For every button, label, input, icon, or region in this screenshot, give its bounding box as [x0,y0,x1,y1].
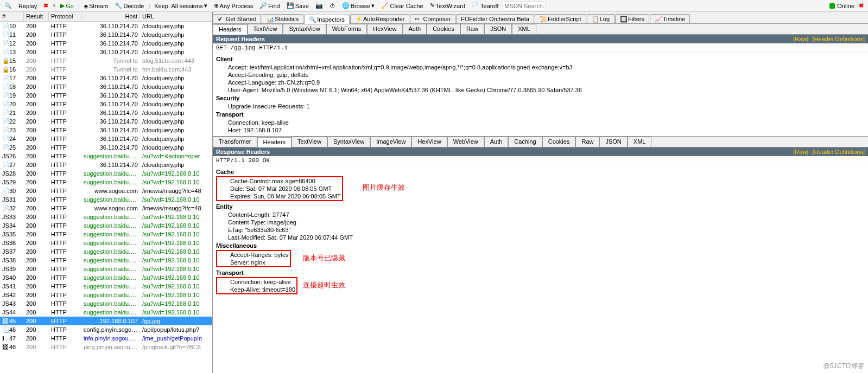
session-row[interactable]: 📄30200HTTPwww.sogou.com/imewis/msugg?ifc… [0,186,212,195]
session-row[interactable]: 📄12200HTTP36.110.214.70/cloudquery.php [0,39,212,48]
session-row[interactable]: JS34200HTTPsuggestion.baidu.com/su?wd=19… [0,221,212,230]
session-row[interactable]: 📄32200HTTPwww.sogou.com/imewis/msugg?ifc… [0,204,212,213]
tab-fiddlerscript[interactable]: 📜FiddlerScript [535,14,586,23]
subtab-xml[interactable]: XML [628,137,652,147]
subtab-xml[interactable]: XML [512,24,536,34]
session-row[interactable]: 📄20200HTTP36.110.214.70/cloudquery.php [0,100,212,108]
session-row[interactable]: 🖼45200HTTP192.168.0.107/gg.jpg [0,317,212,325]
tab-autoresponder[interactable]: ⚡AutoResponder [350,14,409,23]
tab-statistics[interactable]: 📊Statistics [262,14,303,23]
tab-log[interactable]: 📋Log [587,14,614,23]
session-row[interactable]: 📄18200HTTP36.110.214.70/cloudquery.php [0,82,212,91]
session-row[interactable]: 📄25200HTTP36.110.214.70/cloudquery.php [0,143,212,152]
tab-timeline[interactable]: 📈Timeline [650,14,690,23]
remove-button[interactable]: ✖ [41,2,50,9]
tab-get-started[interactable]: ✔Get Started [213,14,261,23]
session-row[interactable]: 📄10200HTTP36.110.214.70/cloudquery.php [0,22,212,30]
subtab-cookies[interactable]: Cookies [542,137,576,147]
tab-filters[interactable]: 🔲Filters [615,14,649,23]
subtab-hexview[interactable]: HexView [367,24,402,34]
col-host[interactable]: Host [81,12,140,21]
session-row[interactable]: JS40200HTTPsuggestion.baidu.com/su?wd=19… [0,273,212,282]
subtab-caching[interactable]: Caching [508,137,542,147]
col-number[interactable]: # [0,12,24,21]
col-protocol[interactable]: Protocol [49,12,81,21]
response-defs-link[interactable]: [Header Definitions] [812,149,865,155]
close-button[interactable]: ✖ [857,2,866,9]
col-url[interactable]: URL [140,12,212,21]
session-row[interactable]: JS26200HTTPsuggestion.baidu.com/su?wd=&a… [0,152,212,160]
session-row[interactable]: 📄19200HTTP36.110.214.70/cloudquery.php [0,91,212,100]
session-row[interactable]: 📄17200HTTP36.110.214.70/cloudquery.php [0,74,212,82]
session-row[interactable]: 🔒15200HTTPTunnel toblog.51cto.com:443 [0,56,212,65]
session-row[interactable]: 📄23200HTTP36.110.214.70/cloudquery.php [0,126,212,134]
subtab-webforms[interactable]: WebForms [326,24,368,34]
session-row[interactable]: 🔒16200HTTPTunnel tohm.baidu.com:443 [0,65,212,74]
session-row[interactable]: 📄24200HTTP36.110.214.70/cloudquery.php [0,134,212,143]
go-button[interactable]: ▶ Go [58,2,76,9]
subtab-imageview[interactable]: ImageView [370,137,411,147]
subtab-hexview[interactable]: HexView [411,137,447,147]
keep-dropdown[interactable]: Keep: All sessions ▾ [152,2,209,9]
subtab-auth[interactable]: Auth [484,137,509,147]
subtab-auth[interactable]: Auth [403,24,427,34]
msdn-search-input[interactable] [503,2,546,10]
session-row[interactable]: 📄27200HTTP36.110.214.70/cloudquery.php [0,160,212,169]
any-process-button[interactable]: ⊕ Any Process [212,2,256,9]
clear-cache-button[interactable]: 🧹 Clear Cache [379,2,425,9]
session-row[interactable]: 📄11200HTTP36.110.214.70/cloudquery.php [0,30,212,39]
session-row[interactable]: JS28200HTTPsuggestion.baidu.com/su?wd=19… [0,169,212,178]
browse-button[interactable]: 🌐 Browse ▾ [340,2,377,9]
winconfig-button[interactable]: 🔍 [2,2,14,10]
screenshot-button[interactable]: 📷 [313,2,325,9]
decode-button[interactable]: 🔧 Decode [112,2,146,9]
subtab-textview[interactable]: TextView [248,24,283,34]
session-row[interactable]: JS33200HTTPsuggestion.baidu.com/su?wd=19… [0,213,212,221]
subtab-syntaxview[interactable]: SyntaxView [283,24,326,34]
subtab-raw[interactable]: Raw [575,137,599,147]
session-row[interactable]: JS43200HTTPsuggestion.baidu.com/su?wd=19… [0,299,212,308]
stream-button[interactable]: ♣ Stream [82,3,111,9]
tab-inspectors[interactable]: 🔍Inspectors [304,15,350,24]
session-row[interactable]: JS42200HTTPsuggestion.baidu.com/su?wd=19… [0,291,212,299]
sessions-list[interactable]: 📄10200HTTP36.110.214.70/cloudquery.php📄1… [0,22,212,373]
subtab-json[interactable]: JSON [599,137,627,147]
find-button[interactable]: 🔎 Find [257,2,282,9]
subtab-raw[interactable]: Raw [460,24,484,34]
session-row[interactable]: JS38200HTTPsuggestion.baidu.com/su?wd=19… [0,256,212,265]
session-row[interactable]: 📄13200HTTP36.110.214.70/cloudquery.php [0,48,212,56]
save-button[interactable]: 💾 Save [284,2,311,9]
tearoff-button[interactable]: 📄 Tearoff [470,2,500,9]
session-row[interactable]: JS35200HTTPsuggestion.baidu.com/su?wd=19… [0,230,212,239]
subtab-textview[interactable]: TextView [292,137,327,147]
session-row[interactable]: JS36200HTTPsuggestion.baidu.com/su?wd=19… [0,239,212,247]
request-defs-link[interactable]: [Header Definitions] [812,36,865,42]
subtab-transformer[interactable]: Transformer [213,137,257,147]
session-row[interactable]: JS29200HTTPsuggestion.baidu.com/su?wd=19… [0,178,212,186]
session-row[interactable]: JS44200HTTPsuggestion.baidu.com/su?wd=19… [0,308,212,317]
session-row[interactable]: ℹ47200HTTPinfo.pinyin.sogou.com/ime_push… [0,334,212,343]
replay-button[interactable]: Replay [16,3,39,9]
tab-fiddler-orchestra-beta[interactable]: FOFiddler Orchestra Beta [456,14,534,23]
subtab-syntaxview[interactable]: SyntaxView [327,137,370,147]
session-row[interactable]: JS41200HTTPsuggestion.baidu.com/su?wd=19… [0,282,212,291]
session-row[interactable]: 📄21200HTTP36.110.214.70/cloudquery.php [0,108,212,117]
session-row[interactable]: JS31200HTTPsuggestion.baidu.com/su?wd=19… [0,195,212,204]
timer-button[interactable]: ⏱ [327,3,338,9]
subtab-headers[interactable]: Headers [257,137,292,147]
subtab-json[interactable]: JSON [484,24,512,34]
response-raw-link[interactable]: [Raw] [793,149,808,155]
textwizard-button[interactable]: ✎ TextWizard [428,2,467,9]
tab-composer[interactable]: ✏Composer [410,14,455,23]
subtab-webview[interactable]: WebView [447,137,484,147]
subtab-cookies[interactable]: Cookies [427,24,460,34]
session-row[interactable]: JS37200HTTPsuggestion.baidu.com/su?wd=19… [0,247,212,256]
subtab-headers[interactable]: Headers [213,24,248,35]
session-row[interactable]: 📄22200HTTP36.110.214.70/cloudquery.php [0,117,212,126]
online-status[interactable]: Online [829,3,854,9]
session-row[interactable]: 🖼48200HTTPping.pinyin.sogou.com/pingback… [0,343,212,351]
request-raw-link[interactable]: [Raw] [793,36,808,42]
session-row[interactable]: 📃46200HTTPconfig.pinyin.sogou.../api/pop… [0,325,212,334]
session-row[interactable]: JS39200HTTPsuggestion.baidu.com/su?wd=19… [0,265,212,273]
col-result[interactable]: Result [24,12,49,21]
